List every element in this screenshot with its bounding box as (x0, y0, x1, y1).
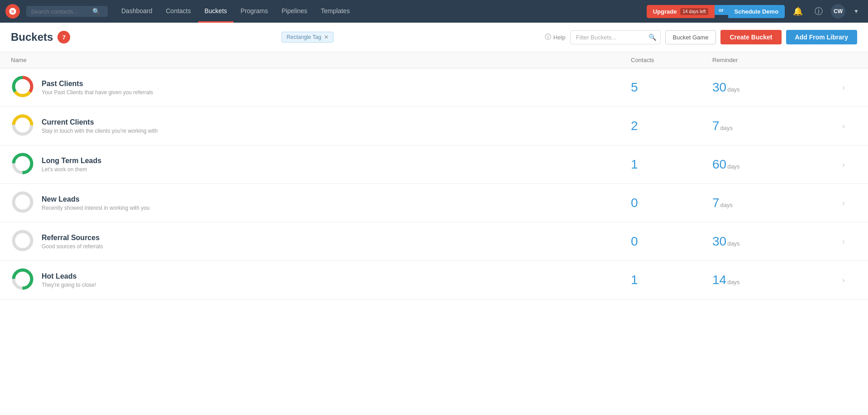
reminder-unit: days (727, 86, 739, 93)
navbar: 🔍 Dashboard Contacts Buckets Programs Pi… (0, 0, 868, 23)
table-row[interactable]: Hot Leads They're going to close! 1 14 d… (0, 261, 868, 299)
table-row[interactable]: Past Clients Your Past Clients that have… (0, 68, 868, 107)
filter-search-icon: 🔍 (649, 34, 656, 41)
bucket-name-cell: Hot Leads They're going to close! (11, 267, 631, 293)
reminder-cell: 14 days (712, 273, 830, 287)
search-input[interactable] (31, 8, 90, 15)
bucket-name: Hot Leads (42, 272, 96, 280)
bucket-name-cell: Past Clients Your Past Clients that have… (11, 75, 631, 100)
bucket-name-cell: Current Clients Stay in touch with the c… (11, 113, 631, 139)
bucket-name: Referral Sources (42, 234, 103, 242)
reminder-cell: 7 days (712, 196, 830, 210)
bucket-icon (11, 229, 34, 254)
user-menu-chevron[interactable]: ▼ (850, 6, 863, 16)
bucket-icon (11, 267, 34, 293)
or-divider: or (715, 5, 728, 15)
reminder-unit: days (727, 240, 739, 247)
svg-point-8 (14, 193, 32, 211)
contacts-count: 1 (631, 273, 712, 287)
reminder-unit: days (720, 202, 733, 208)
help-button[interactable]: ⓘ (811, 4, 826, 19)
contacts-count: 0 (631, 234, 712, 249)
reminder-number: 30 (712, 234, 726, 249)
active-filter-tag[interactable]: Rectangle Tag ✕ (281, 32, 334, 43)
reminder-number: 7 (712, 119, 720, 133)
add-from-library-button[interactable]: Add From Library (786, 30, 857, 44)
reminder-number: 60 (712, 157, 726, 172)
row-chevron: › (830, 237, 857, 246)
upgrade-button[interactable]: Upgrade 14 days left (647, 5, 715, 18)
bucket-info: Hot Leads They're going to close! (42, 272, 96, 288)
bucket-info: Referral Sources Good sources of referra… (42, 234, 103, 250)
bucket-info: Past Clients Your Past Clients that have… (42, 80, 153, 96)
contacts-count: 0 (631, 196, 712, 210)
bucket-icon (11, 152, 34, 177)
bucket-desc: Recently showed interest in working with… (42, 205, 150, 211)
reminder-cell: 7 days (712, 119, 830, 133)
svg-point-9 (14, 232, 32, 250)
bucket-name: New Leads (42, 195, 150, 203)
bucket-list: Past Clients Your Past Clients that have… (0, 68, 868, 299)
bucket-name-cell: Referral Sources Good sources of referra… (11, 229, 631, 254)
reminder-unit: days (727, 163, 739, 170)
bucket-info: Current Clients Stay in touch with the c… (42, 118, 157, 134)
filter-buckets-input[interactable] (570, 30, 661, 44)
nav-dashboard[interactable]: Dashboard (115, 0, 159, 23)
notifications-button[interactable]: 🔔 (789, 5, 806, 18)
page-toolbar: Buckets 7 Rectangle Tag ✕ ⓘ Help 🔍 Bucke… (0, 23, 868, 52)
reminder-unit: days (727, 279, 739, 285)
main-content: Buckets 7 Rectangle Tag ✕ ⓘ Help 🔍 Bucke… (0, 23, 868, 415)
bucket-desc: Your Past Clients that have given you re… (42, 89, 153, 96)
reminder-number: 14 (712, 273, 726, 287)
contacts-count: 2 (631, 119, 712, 133)
col-name: Name (11, 57, 631, 63)
bucket-desc: They're going to close! (42, 282, 96, 288)
contacts-count: 5 (631, 80, 712, 95)
col-reminder: Reminder (712, 57, 830, 63)
table-row[interactable]: Referral Sources Good sources of referra… (0, 222, 868, 261)
table-row[interactable]: New Leads Recently showed interest in wo… (0, 184, 868, 222)
bucket-icon (11, 75, 34, 100)
row-chevron: › (830, 83, 857, 92)
reminder-cell: 60 days (712, 157, 830, 172)
bucket-info: Long Term Leads Let's work on them (42, 157, 101, 173)
reminder-cell: 30 days (712, 80, 830, 95)
nav-right: Upgrade 14 days left or Schedule Demo 🔔 … (647, 4, 863, 19)
avatar[interactable]: CW (831, 4, 845, 19)
col-contacts: Contacts (631, 57, 712, 63)
bucket-game-button[interactable]: Bucket Game (665, 30, 716, 44)
schedule-demo-button[interactable]: Schedule Demo (728, 5, 785, 18)
reminder-cell: 30 days (712, 234, 830, 249)
row-chevron: › (830, 160, 857, 169)
search-icon: 🔍 (92, 8, 100, 15)
table-row[interactable]: Current Clients Stay in touch with the c… (0, 107, 868, 145)
create-bucket-button[interactable]: Create Bucket (720, 30, 781, 44)
row-chevron: › (830, 121, 857, 131)
nav-contacts[interactable]: Contacts (160, 0, 197, 23)
nav-templates[interactable]: Templates (315, 0, 356, 23)
help-icon: ⓘ (545, 33, 551, 41)
help-link[interactable]: ⓘ Help (545, 33, 566, 41)
bucket-count-badge: 7 (57, 31, 70, 43)
nav-programs[interactable]: Programs (234, 0, 275, 23)
reminder-number: 30 (712, 80, 726, 95)
bucket-icon (11, 113, 34, 139)
row-chevron: › (830, 198, 857, 208)
nav-buckets[interactable]: Buckets (198, 0, 234, 23)
bucket-desc: Good sources of referrals (42, 243, 103, 250)
reminder-unit: days (720, 125, 733, 131)
bucket-icon (11, 190, 34, 216)
reminder-number: 7 (712, 196, 720, 210)
bucket-desc: Let's work on them (42, 166, 101, 173)
table-row[interactable]: Long Term Leads Let's work on them 1 60 … (0, 145, 868, 184)
nav-pipelines[interactable]: Pipelines (275, 0, 314, 23)
search-bar[interactable]: 🔍 (26, 6, 108, 17)
row-chevron: › (830, 275, 857, 285)
filter-tag-close[interactable]: ✕ (324, 34, 329, 40)
bucket-desc: Stay in touch with the clients you're wo… (42, 128, 157, 134)
days-left-badge: 14 days left (680, 8, 708, 15)
app-logo (5, 4, 20, 19)
bucket-name: Past Clients (42, 80, 153, 88)
table-header: Name Contacts Reminder (0, 52, 868, 68)
bucket-name: Current Clients (42, 118, 157, 126)
